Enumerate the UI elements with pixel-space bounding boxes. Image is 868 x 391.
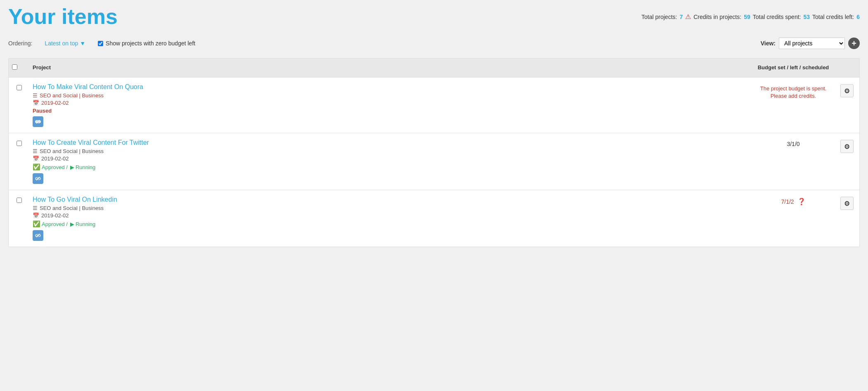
calendar-icon: 📅 <box>33 212 39 219</box>
calendar-icon: 📅 <box>33 155 39 162</box>
calendar-icon: 📅 <box>33 100 39 106</box>
row1-budget-text: The project budget is spent. Please add … <box>760 85 826 99</box>
row3-category: ☰ SEO and Social | Business <box>33 205 749 211</box>
row1-link-icon[interactable] <box>33 116 43 127</box>
row3-gear-button[interactable]: ⚙ <box>840 197 854 210</box>
list-icon: ☰ <box>33 148 38 154</box>
table-row: How To Create Viral Content For Twitter … <box>9 133 859 190</box>
show-zero-budget-label: Show projects with zero budget left <box>106 40 195 47</box>
question-icon: ❓ <box>797 198 806 205</box>
warning-icon: ⚠ <box>685 13 691 21</box>
add-project-button[interactable]: + <box>848 38 860 49</box>
list-icon: ☰ <box>33 205 38 211</box>
table-row: How To Make Viral Content On Quora ☰ SEO… <box>9 78 859 133</box>
row1-project-title[interactable]: How To Make Viral Content On Quora <box>33 83 749 91</box>
row2-date: 📅 2019-02-02 <box>33 155 749 162</box>
row3-running-label: ▶ Running <box>70 221 95 227</box>
row3-project-title[interactable]: How To Go Viral On Linkedin <box>33 196 749 203</box>
projects-table: Project Budget set / left / scheduled Ho… <box>8 58 860 247</box>
view-label: View: <box>761 40 776 47</box>
row2-status: ✅ Approved / ▶ Running <box>33 163 749 171</box>
row3-checkbox[interactable] <box>17 198 22 203</box>
row3-checkbox-cell <box>9 196 29 203</box>
play-icon: ▶ <box>70 221 74 227</box>
view-select[interactable]: All projects Active projects Paused proj… <box>779 38 845 49</box>
header-stats: Total projects: 7 ⚠ Credits in projects:… <box>641 13 860 21</box>
row2-approved-label: ✅ Approved / <box>33 163 68 171</box>
th-project: Project <box>29 63 752 73</box>
play-icon: ▶ <box>70 164 74 170</box>
row2-budget-value: 3/1/0 <box>787 141 799 147</box>
row1-date: 📅 2019-02-02 <box>33 100 749 106</box>
row3-budget-value: 7/1/2 <box>781 198 794 205</box>
th-budget: Budget set / left / scheduled <box>752 63 835 73</box>
row2-gear-button[interactable]: ⚙ <box>840 140 854 153</box>
total-projects-value: 7 <box>679 14 683 20</box>
row1-status: Paused <box>33 108 749 114</box>
credits-in-projects-label: Credits in projects: <box>693 14 741 20</box>
row2-link-icon[interactable] <box>33 173 43 184</box>
total-credits-spent-value: 53 <box>803 14 810 20</box>
controls-row: Ordering: Latest on top ▼ Show projects … <box>8 35 860 52</box>
th-actions <box>835 63 859 73</box>
row3-date: 📅 2019-02-02 <box>33 212 749 219</box>
row1-project-cell: How To Make Viral Content On Quora ☰ SEO… <box>29 83 752 127</box>
table-header: Project Budget set / left / scheduled <box>9 59 859 78</box>
row1-actions: ⚙ <box>835 83 859 97</box>
row1-gear-button[interactable]: ⚙ <box>840 84 854 97</box>
row2-budget: 3/1/0 <box>752 139 835 149</box>
check-circle-icon: ✅ <box>33 220 40 228</box>
check-circle-icon: ✅ <box>33 163 40 171</box>
show-zero-budget-checkbox-label[interactable]: Show projects with zero budget left <box>98 40 195 47</box>
th-checkbox <box>9 63 29 73</box>
row2-actions: ⚙ <box>835 139 859 153</box>
row3-budget: 7/1/2 ❓ <box>752 196 835 207</box>
table-row: How To Go Viral On Linkedin ☰ SEO and So… <box>9 190 859 247</box>
row3-link-icon[interactable] <box>33 230 43 241</box>
row3-status: ✅ Approved / ▶ Running <box>33 220 749 228</box>
row2-category: ☰ SEO and Social | Business <box>33 148 749 154</box>
row1-status-label: Paused <box>33 108 52 114</box>
row1-checkbox[interactable] <box>17 85 22 90</box>
row1-checkbox-cell <box>9 83 29 90</box>
row2-project-title[interactable]: How To Create Viral Content For Twitter <box>33 139 749 146</box>
row2-checkbox[interactable] <box>17 141 22 146</box>
row3-project-cell: How To Go Viral On Linkedin ☰ SEO and So… <box>29 196 752 241</box>
row1-budget: The project budget is spent. Please add … <box>752 83 835 101</box>
total-credits-spent-label: Total credits spent: <box>753 14 801 20</box>
total-credits-left-label: Total credits left: <box>812 14 854 20</box>
row2-running-label: ▶ Running <box>70 164 95 170</box>
view-section: View: All projects Active projects Pause… <box>761 38 860 49</box>
row2-checkbox-cell <box>9 139 29 146</box>
list-icon: ☰ <box>33 92 38 99</box>
page-title: Your items <box>8 5 118 28</box>
credits-in-projects-value: 59 <box>744 14 750 20</box>
row1-category: ☰ SEO and Social | Business <box>33 92 749 99</box>
row3-approved-label: ✅ Approved / <box>33 220 68 228</box>
row3-actions: ⚙ <box>835 196 859 210</box>
total-credits-left-value: 6 <box>856 14 860 20</box>
row2-project-cell: How To Create Viral Content For Twitter … <box>29 139 752 184</box>
select-all-checkbox[interactable] <box>12 64 17 70</box>
ordering-label: Ordering: <box>8 40 32 47</box>
total-projects-label: Total projects: <box>641 14 677 20</box>
show-zero-budget-checkbox[interactable] <box>98 41 103 46</box>
ordering-dropdown[interactable]: Latest on top ▼ <box>45 40 85 47</box>
